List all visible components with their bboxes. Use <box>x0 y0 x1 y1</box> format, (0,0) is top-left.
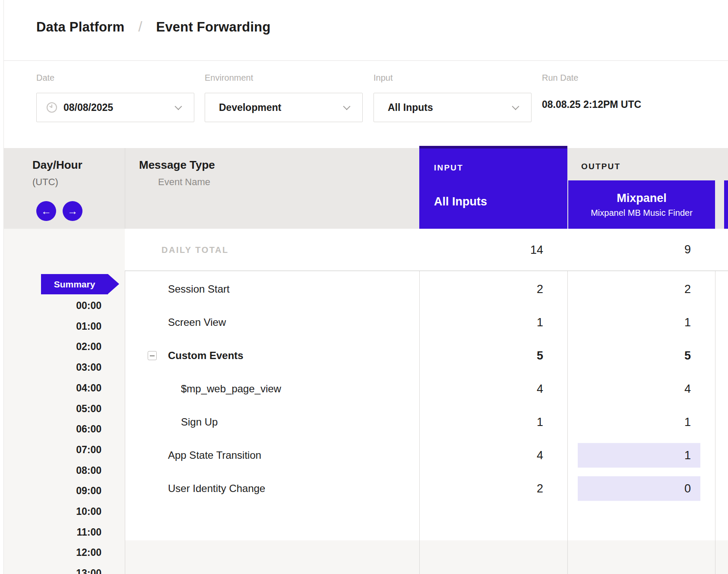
run-date-label: Run Date <box>542 73 579 83</box>
input-column-header[interactable]: INPUT All Inputs <box>419 146 567 229</box>
row-output-value: 2 <box>684 283 691 296</box>
row-output-cell: 1 <box>567 310 715 335</box>
daily-total-label: DAILY TOTAL <box>161 245 229 255</box>
daily-total-row: DAILY TOTAL 14 9 <box>125 229 728 271</box>
event-name-subheader: Event Name <box>158 177 210 188</box>
hour-label[interactable]: 05:00 <box>4 402 101 415</box>
output-column-header[interactable]: Mixpanel Mixpanel MB Music Finder <box>568 180 715 229</box>
row-output-cell: 5 <box>567 344 715 368</box>
cell-highlight <box>578 476 700 501</box>
hour-label[interactable]: 02:00 <box>4 340 101 353</box>
environment-value: Development <box>219 102 281 114</box>
row-input-value: 4 <box>419 382 543 396</box>
message-type-header: Message Type <box>139 158 215 172</box>
row-input-value: 1 <box>419 416 543 429</box>
daily-total-output-value: 9 <box>684 243 691 256</box>
chevron-down-icon <box>343 103 351 110</box>
hour-label[interactable]: 03:00 <box>4 361 101 374</box>
cell-highlight <box>578 443 700 468</box>
table-row: Screen View 1 1 <box>125 306 728 339</box>
page-title: Event Forwarding <box>156 19 271 35</box>
row-output-cell: 1 <box>567 410 715 435</box>
table-footer-band <box>125 540 728 574</box>
hour-label[interactable]: 11:00 <box>4 526 101 539</box>
row-label: User Identity Change <box>168 483 265 495</box>
daily-total-output-cell: 9 <box>567 237 715 262</box>
row-output-value: 1 <box>684 416 691 429</box>
filter-bar: Date 08/08/2025 Environment Development … <box>4 61 728 148</box>
hour-label[interactable]: 10:00 <box>4 505 101 518</box>
row-label: $mp_web_page_view <box>181 383 281 395</box>
row-label: Session Start <box>168 283 230 295</box>
input-group-label: INPUT <box>434 163 463 173</box>
row-output-value: 5 <box>684 349 691 363</box>
output-column-subtitle: Mixpanel MB Music Finder <box>591 208 693 218</box>
run-date-value: 08.08.25 2:12PM UTC <box>542 99 641 110</box>
environment-filter-label: Environment <box>205 73 253 83</box>
next-output-column-partial <box>724 180 728 229</box>
row-output-cell: 1 <box>567 443 715 468</box>
event-forwarding-page: Data Platform / Event Forwarding Date 08… <box>0 0 728 574</box>
row-input-value: 5 <box>419 349 543 363</box>
input-value: All Inputs <box>388 102 433 114</box>
breadcrumb-separator: / <box>138 19 142 35</box>
hour-label[interactable]: 13:00 <box>4 567 101 574</box>
environment-dropdown[interactable]: Development <box>205 93 363 122</box>
hour-label[interactable]: 01:00 <box>4 320 101 333</box>
row-input-value: 2 <box>419 482 543 495</box>
table-row: Session Start 2 2 <box>125 273 728 306</box>
hour-label[interactable]: 08:00 <box>4 464 101 477</box>
row-output-cell: 2 <box>567 277 715 302</box>
breadcrumb-bar: Data Platform / Event Forwarding <box>4 0 728 61</box>
row-label: Custom Events <box>168 350 244 362</box>
output-group-label: OUTPUT <box>581 162 620 171</box>
input-column-name: All Inputs <box>434 195 487 208</box>
hour-label[interactable]: 06:00 <box>4 423 101 435</box>
table-row: User Identity Change 2 0 <box>125 472 728 505</box>
row-output-value: 1 <box>684 449 691 462</box>
table-row: App State Transition 4 1 <box>125 439 728 472</box>
row-output-value: 1 <box>684 316 691 329</box>
row-input-value: 2 <box>419 283 543 296</box>
hour-label[interactable]: 00:00 <box>4 299 101 312</box>
row-input-value: 4 <box>419 449 543 462</box>
row-output-value: 0 <box>684 482 691 495</box>
hour-label[interactable]: 12:00 <box>4 546 101 559</box>
row-label: Screen View <box>168 316 226 328</box>
row-output-cell: 4 <box>567 377 715 401</box>
daily-total-input-value: 14 <box>419 243 543 256</box>
output-column-name: Mixpanel <box>617 192 667 205</box>
table-row: Custom Events 5 5 <box>125 339 728 372</box>
row-output-cell: 0 <box>567 476 715 501</box>
chevron-down-icon <box>175 103 182 110</box>
input-dropdown[interactable]: All Inputs <box>373 93 532 122</box>
chevron-down-icon <box>512 103 519 110</box>
hour-label[interactable]: 04:00 <box>4 382 101 394</box>
hour-label[interactable]: 07:00 <box>4 443 101 456</box>
input-filter-label: Input <box>373 73 392 83</box>
hour-label[interactable]: 09:00 <box>4 484 101 497</box>
table-row: $mp_web_page_view 4 4 <box>125 372 728 405</box>
hours-rail: 00:0001:0002:0003:0004:0005:0006:0007:00… <box>4 0 101 574</box>
expander-icon[interactable] <box>148 351 157 360</box>
row-output-value: 4 <box>684 382 691 396</box>
input-column-accent-bar <box>419 146 567 148</box>
row-input-value: 1 <box>419 316 543 329</box>
row-label: App State Transition <box>168 449 261 461</box>
row-label: Sign Up <box>181 416 218 428</box>
table-row: Sign Up 1 1 <box>125 406 728 438</box>
